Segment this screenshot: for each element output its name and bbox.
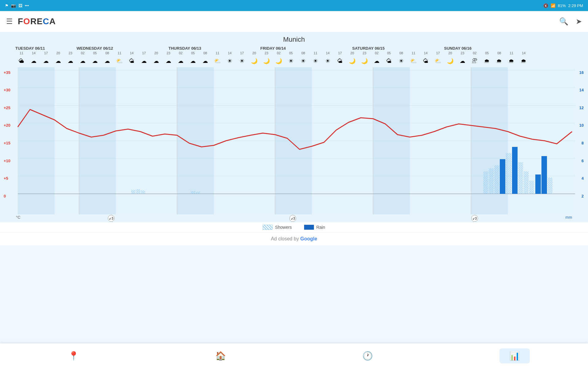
rain-label: Rain [316, 225, 325, 230]
svg-rect-28 [494, 165, 499, 194]
y-label-0: 0 [4, 194, 6, 198]
search-icon[interactable]: 🔍 [559, 17, 568, 26]
weather-icon: ☁ [77, 58, 89, 64]
weather-icon: ☁ [162, 58, 175, 64]
y-label-8: 8 [582, 141, 584, 145]
weather-icon: ☁ [371, 58, 383, 64]
main-content: Munich TUESDAY 06/11 WEDNESDAY 06/12 THU… [0, 32, 588, 245]
weather-icon: 🌤 [334, 58, 346, 64]
nav-chart[interactable]: 📊 [499, 348, 530, 363]
location-pin-icon: 📍 [68, 351, 79, 361]
hour-label: 23 [456, 51, 469, 55]
hour-label: 11 [15, 51, 28, 55]
nav-history[interactable]: 🕐 [352, 348, 383, 363]
weather-icon: ☁ [187, 58, 199, 64]
svg-rect-32 [518, 162, 523, 194]
svg-rect-36 [541, 156, 547, 194]
weather-icon: 🌙 [273, 58, 285, 64]
weather-icon: ☀ [224, 58, 236, 64]
weather-icon: ☁ [40, 58, 52, 64]
hour-label: 14 [518, 51, 530, 55]
weather-icon: ☀ [297, 58, 309, 64]
app-bar-right: 🔍 ➤ [559, 17, 582, 26]
hour-label: 17 [40, 51, 52, 55]
history-icon: 🕐 [362, 351, 373, 361]
y-axis-right: 16 14 12 10 8 6 4 2 [571, 67, 584, 214]
camera-icon: 📷 [11, 3, 16, 8]
mute-icon: 🔇 [543, 3, 548, 8]
hour-label: 02 [77, 51, 89, 55]
weather-icon: 🌙 [444, 58, 456, 64]
y-label-6: 6 [582, 159, 584, 163]
weather-icon: ☀ [236, 58, 248, 64]
menu-button[interactable]: ☰ [6, 17, 13, 26]
hour-label: 05 [285, 51, 297, 55]
svg-rect-23 [141, 190, 145, 194]
weather-icon: 🌤 [126, 58, 138, 64]
day-headers-row: TUESDAY 06/11 WEDNESDAY 06/12 THURSDAY 0… [15, 46, 573, 51]
hour-label: 05 [383, 51, 395, 55]
legend: Showers Rain [0, 222, 588, 232]
weather-icon: ☀ [285, 58, 297, 64]
svg-rect-21 [131, 190, 135, 194]
y-label-4: 4 [582, 176, 584, 181]
y-label-2: 2 [582, 194, 584, 198]
svg-rect-22 [136, 189, 140, 194]
hour-label: 11 [407, 51, 420, 55]
hour-label: 05 [89, 51, 101, 55]
y-label-10: +10 [4, 159, 10, 163]
wind-circle: ↙3 [108, 215, 115, 222]
y-label-30: +30 [4, 88, 10, 92]
hour-label: 14 [28, 51, 40, 55]
y-label-14: 14 [579, 88, 584, 92]
showers-label: Showers [275, 225, 292, 230]
ad-closed-banner: Ad closed by Google [0, 232, 588, 245]
weather-icon: ☁ [199, 58, 211, 64]
hour-label: 02 [469, 51, 481, 55]
wind-cells: ↙3 ↙3 ↙3 [21, 215, 566, 222]
nav-location[interactable]: 📍 [58, 348, 89, 363]
weather-icon: ☁ [138, 58, 150, 64]
hour-label: 20 [346, 51, 358, 55]
weather-icon: 🌙 [260, 58, 273, 64]
celsius-unit: °C [16, 215, 21, 222]
weather-icon: ☁ [52, 58, 64, 64]
hour-label: 05 [187, 51, 199, 55]
hour-label: 14 [126, 51, 138, 55]
wind-cell: ↙3 [384, 215, 565, 222]
weather-icon: ☀ [395, 58, 407, 64]
hour-label: 11 [505, 51, 518, 55]
location-arrow-icon[interactable]: ➤ [576, 17, 582, 26]
weather-icon: 🌥 [15, 58, 28, 64]
hour-label: 17 [138, 51, 150, 55]
weather-icon: ⛅ [211, 58, 224, 64]
wind-cell: ↙3 [202, 215, 384, 222]
hour-label: 17 [236, 51, 248, 55]
weather-icon: 🌧 [481, 58, 493, 64]
app-bar-left: ☰ FORECA [6, 17, 56, 26]
day-sunday: SUNDAY 06/16 [444, 46, 536, 51]
status-bar: ⚑ 📷 🖼 ••• 🔇 📶 81% 2:29 PM [0, 0, 588, 11]
svg-rect-26 [483, 171, 488, 194]
day-saturday: SATURDAY 06/15 [352, 46, 444, 51]
hour-label: 23 [260, 51, 273, 55]
weather-icon: ☀ [322, 58, 334, 64]
weather-icon: ☁ [28, 58, 40, 64]
google-brand: Google [300, 236, 317, 241]
weather-icons-row: 🌥 ☁ ☁ ☁ ☁ ☁ ☁ ☁ ⛅ 🌤 ☁ ☁ ☁ ☁ ☁ [15, 56, 573, 66]
logo: FORECA [18, 17, 56, 26]
nav-home[interactable]: 🏠 [205, 348, 236, 363]
chart-inner: TUESDAY 06/11 WEDNESDAY 06/12 THURSDAY 0… [0, 46, 588, 232]
hour-label: 23 [358, 51, 371, 55]
weather-icon: 🌧 [518, 58, 530, 64]
y-label-25: +25 [4, 105, 10, 110]
weather-icon: 🌧 [505, 58, 518, 64]
y-label-16: 16 [579, 70, 584, 75]
unit-wind-row: °C ↙3 ↙3 ↙3 mm [0, 214, 588, 222]
legend-showers: Showers [263, 225, 292, 230]
ad-closed-text: Ad closed by [271, 236, 300, 241]
hour-label: 05 [481, 51, 493, 55]
svg-rect-29 [500, 159, 505, 194]
hour-label: 08 [101, 51, 113, 55]
legend-rain: Rain [304, 225, 325, 230]
